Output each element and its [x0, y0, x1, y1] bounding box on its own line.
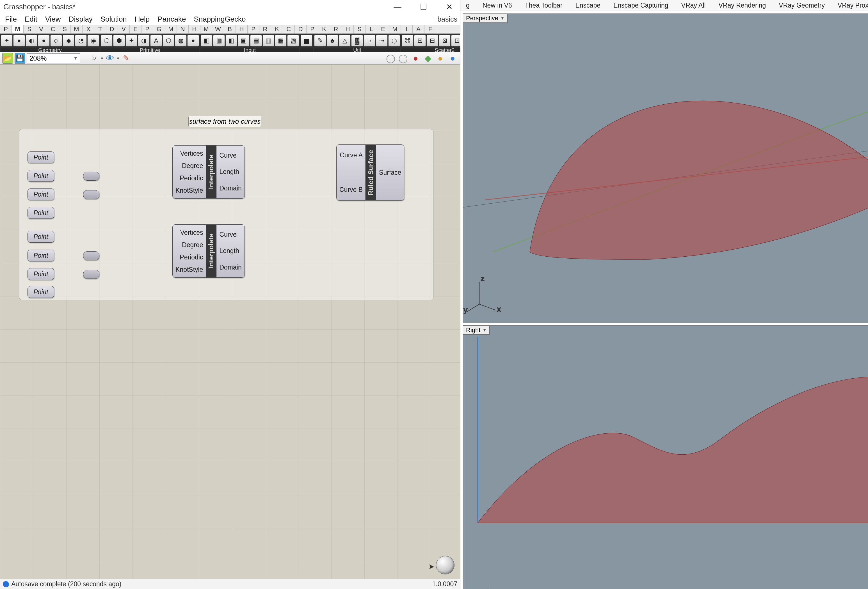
category-tab[interactable]: R — [259, 25, 271, 33]
menu-file[interactable]: File — [2, 14, 20, 24]
ribbon-button[interactable]: ✦ — [1, 35, 13, 47]
category-tab[interactable]: D — [106, 25, 118, 33]
node-port[interactable]: Domain — [219, 264, 241, 271]
relay-node[interactable] — [83, 270, 99, 279]
ribbon-button[interactable]: ⊠ — [439, 35, 450, 47]
point-node[interactable]: Point — [28, 170, 54, 182]
toolbar-button[interactable]: ◯ — [398, 53, 409, 64]
category-tab[interactable]: M — [165, 25, 177, 33]
preview-icon[interactable]: 👁 — [105, 53, 115, 64]
category-tab[interactable]: P — [0, 25, 12, 33]
save-button[interactable]: 💾 — [15, 53, 25, 64]
ribbon-button[interactable]: ✦ — [125, 35, 137, 47]
category-tab[interactable]: A — [413, 25, 424, 33]
open-button[interactable]: 📂 — [2, 53, 13, 64]
ribbon-button[interactable]: ◧ — [201, 35, 213, 47]
category-tab[interactable]: M — [201, 25, 212, 33]
category-tab[interactable]: B — [224, 25, 236, 33]
category-tab[interactable]: E — [377, 25, 389, 33]
ribbon-button[interactable]: A — [150, 35, 162, 47]
category-tab[interactable]: K — [271, 25, 283, 33]
category-tab[interactable]: K — [318, 25, 330, 33]
viewport-right[interactable]: Right ▼ z y — [463, 325, 868, 589]
category-tab[interactable]: P — [307, 25, 318, 33]
point-node[interactable]: Point — [28, 250, 54, 261]
toolbar-button[interactable]: ◯ — [385, 53, 396, 64]
relay-node[interactable] — [83, 190, 99, 199]
rhino-tab[interactable]: g — [464, 0, 471, 11]
category-tab[interactable]: H — [189, 25, 201, 33]
ribbon-button[interactable]: ✎ — [314, 35, 326, 47]
canvas-nav-icon[interactable]: ⌖ — [89, 53, 99, 64]
rhino-tab[interactable]: VRay Geometry — [777, 0, 827, 11]
menu-display[interactable]: Display — [65, 14, 96, 24]
ribbon-button[interactable]: ▧ — [287, 35, 299, 47]
zoom-field[interactable]: 208% ▼ — [27, 53, 80, 63]
viewport-perspective[interactable]: Perspective ▼ z y x — [463, 13, 868, 323]
ribbon-button[interactable]: ● — [13, 35, 25, 47]
rhino-tab[interactable]: Enscape Capturing — [612, 0, 670, 11]
ribbon-button[interactable]: ⬢ — [113, 35, 125, 47]
node-port[interactable]: Vertices — [176, 229, 203, 236]
interpolate-node[interactable]: VerticesDegreePeriodicKnotStyle Interpol… — [172, 145, 245, 199]
node-port[interactable]: Periodic — [176, 174, 203, 182]
ribbon-button[interactable]: ⊟ — [427, 35, 438, 47]
toolbar-button[interactable]: ● — [447, 53, 458, 64]
category-tab[interactable]: S — [354, 25, 366, 33]
toolbar-button[interactable]: ● — [435, 53, 446, 64]
interpolate-node[interactable]: VerticesDegreePeriodicKnotStyle Interpol… — [172, 224, 245, 278]
canvas-navball[interactable]: ➤ — [436, 556, 455, 574]
category-tab[interactable]: M — [71, 25, 83, 33]
category-tab[interactable]: T — [94, 25, 106, 33]
category-tab[interactable]: S — [59, 25, 71, 33]
ribbon-button[interactable]: ◍ — [175, 35, 187, 47]
point-node[interactable]: Point — [28, 286, 54, 298]
viewport-label[interactable]: Right ▼ — [463, 325, 490, 334]
node-port[interactable]: Periodic — [176, 253, 203, 261]
category-tab[interactable]: P — [142, 25, 153, 33]
category-tab[interactable]: X — [83, 25, 94, 33]
category-tab[interactable]: F — [424, 25, 436, 33]
category-tab[interactable]: C — [47, 25, 59, 33]
category-tab[interactable]: C — [283, 25, 295, 33]
category-tab[interactable]: M — [389, 25, 401, 33]
node-port[interactable]: Curve A — [340, 152, 363, 159]
point-node[interactable]: Point — [28, 231, 54, 243]
rhino-tab[interactable]: VRay All — [680, 0, 707, 11]
menu-snappinggecko[interactable]: SnappingGecko — [190, 14, 249, 24]
category-tab[interactable]: N — [177, 25, 189, 33]
category-tab[interactable]: D — [295, 25, 307, 33]
category-tab[interactable]: H — [236, 25, 248, 33]
menu-edit[interactable]: Edit — [21, 14, 41, 24]
ribbon-button[interactable]: ⬡ — [162, 35, 174, 47]
node-port[interactable]: Vertices — [176, 150, 203, 158]
point-node[interactable]: Point — [28, 188, 54, 200]
gh-canvas[interactable]: surface from two curves Point Point Poin… — [0, 65, 460, 579]
ribbon-button[interactable]: ▦ — [275, 35, 286, 47]
relay-node[interactable] — [83, 251, 99, 260]
sketch-icon[interactable]: ✎ — [121, 53, 131, 64]
node-port[interactable]: KnotStyle — [176, 266, 203, 274]
category-tab[interactable]: G — [153, 25, 165, 33]
node-port[interactable]: Curve — [219, 152, 241, 159]
maximize-button[interactable]: ☐ — [414, 1, 433, 13]
ribbon-button[interactable]: ⊞ — [414, 35, 426, 47]
ribbon-button[interactable]: ● — [38, 35, 50, 47]
category-tab[interactable]: E — [130, 25, 142, 33]
ruled-surface-node[interactable]: Curve ACurve B Ruled Surface Surface — [336, 144, 404, 200]
category-tab[interactable]: L — [366, 25, 377, 33]
menu-help[interactable]: Help — [131, 14, 153, 24]
ribbon-button[interactable]: ◉ — [87, 35, 99, 47]
viewport-label[interactable]: Perspective ▼ — [463, 14, 508, 23]
ribbon-button[interactable]: ◔ — [75, 35, 87, 47]
category-tab[interactable]: S — [24, 25, 35, 33]
ribbon-button[interactable]: ◇ — [50, 35, 62, 47]
close-button[interactable]: ✕ — [440, 1, 458, 13]
point-node[interactable]: Point — [28, 152, 54, 163]
rhino-tab[interactable]: New in V6 — [481, 0, 514, 11]
minimize-button[interactable]: — — [388, 1, 407, 13]
node-port[interactable]: Degree — [176, 241, 203, 249]
ribbon-button[interactable]: → — [363, 35, 375, 47]
ribbon-button[interactable]: ♣ — [326, 35, 338, 47]
ribbon-button[interactable]: ⇢ — [376, 35, 388, 47]
